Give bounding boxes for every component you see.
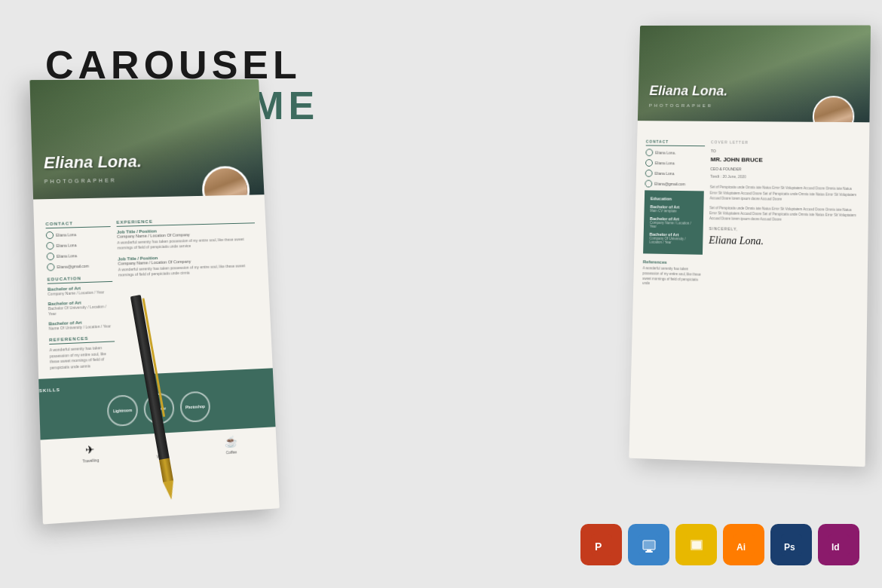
software-icons-row: P Ai Ps Id — [580, 524, 859, 565]
cover-to-label: TO — [711, 149, 860, 155]
cover-refs-text: A wonderful serenity has taken possessio… — [642, 266, 703, 288]
contact-icon-fb — [46, 242, 54, 250]
education-section-title: Education — [47, 275, 113, 284]
cover-contact-icon-4 — [645, 180, 652, 188]
edu-school-1: Company Name / Location / Year — [47, 289, 113, 297]
exp-item-1: Job Title / Position Company Name / Loca… — [117, 226, 256, 250]
pen-grip — [159, 458, 173, 482]
cover-contact-2: Eliana Lona — [645, 159, 705, 167]
edu-school-2: Bachelor Of University / Location / Year — [48, 304, 114, 317]
keynote-icon — [628, 524, 669, 565]
pen-tip — [163, 480, 176, 501]
edu-item-2: Bachelor of Art Bachelor Of University /… — [48, 299, 114, 317]
experience-section-title: Experience — [116, 217, 255, 227]
cover-contact-email: Eliana@gmail.com — [654, 182, 685, 186]
cover-body-text-2: Set of Perspicatis unde Omnis iste Natus… — [709, 205, 859, 224]
title-line1: CAROUSEL — [45, 45, 319, 84]
resume-header-image: Eliana Lona. PHOTOGRAPHER — [29, 79, 264, 199]
indesign-icon: Id — [818, 524, 859, 565]
skill-3: Photoshop — [179, 390, 210, 423]
contact-tw: Eliana Lona — [57, 253, 77, 259]
cover-contact-1: Eliana Lona. — [645, 149, 705, 157]
contact-fb: Eliana Lona — [57, 243, 77, 248]
cover-edu-school-1: Main CV template — [650, 209, 697, 213]
interest-label-3: Coffee — [226, 449, 237, 455]
contact-item-3: Eliana Lona — [47, 251, 112, 261]
cover-contact-icon-1 — [645, 149, 653, 156]
contact-icon-user — [46, 231, 54, 239]
svg-text:Ai: Ai — [737, 542, 746, 553]
contact-item-1: Eliana Lona — [46, 230, 111, 239]
interest-1: ✈ Travelling — [81, 443, 99, 464]
cover-letter-card: Eliana Lona. PHOTOGRAPHER Contact Eliana… — [629, 26, 871, 467]
cover-refs-title: References — [643, 259, 703, 265]
cover-recipient-name: MR. JOHN BRUCE — [710, 156, 859, 165]
exp-desc-1: A wonderful serenity has taken possessio… — [117, 237, 256, 251]
exp-desc-2: A wonderful serenity has taken possessio… — [118, 263, 258, 278]
cover-person-name: Eliana Lona. — [649, 84, 727, 100]
svg-rect-3 — [643, 541, 655, 550]
contact-icon-tw — [47, 253, 55, 260]
references-section-title: References — [49, 335, 115, 345]
signature: Eliana Lona. — [709, 234, 859, 250]
svg-rect-8 — [692, 541, 701, 549]
resume-left-column: Contact Eliana Lona Eliana Lona Eliana L… — [45, 220, 115, 371]
interest-3: ☕ Coffee — [225, 435, 238, 455]
contact-icon-email — [47, 263, 55, 271]
cover-contact-fb: Eliana Lona — [655, 161, 675, 165]
cover-contact-title: Contact — [646, 139, 706, 147]
cover-contact-4: Eliana@gmail.com — [645, 180, 704, 188]
cover-contact-tw: Eliana Lona — [654, 171, 674, 176]
contact-item-2: Eliana Lona — [46, 240, 111, 250]
cover-header: Eliana Lona. PHOTOGRAPHER — [638, 26, 871, 123]
exp-item-2: Job Title / Position Company Name / Loca… — [118, 253, 257, 277]
svg-rect-4 — [647, 550, 651, 551]
coffee-icon: ☕ — [225, 435, 237, 448]
contact-section-title: Contact — [45, 220, 110, 228]
edu-item-3: Bachelor of Art Name Of University / Loc… — [48, 319, 114, 332]
cover-references: References A wonderful serenity has take… — [642, 259, 703, 287]
cover-contact-icon-3 — [645, 170, 653, 177]
travel-icon: ✈ — [85, 443, 95, 456]
cover-photo — [813, 96, 855, 122]
svg-text:Ps: Ps — [784, 542, 795, 553]
cover-edu-title: Education — [651, 196, 698, 201]
cover-recipient-title: CEO & FOUNDER — [710, 167, 859, 173]
cover-edu-school-2: Company Name / Location / Year — [650, 221, 697, 229]
cover-edu-1: Bachelor of Art Main CV template — [650, 204, 697, 213]
cover-contact-3: Eliana Lona — [645, 170, 705, 178]
google-slides-icon — [675, 524, 717, 565]
svg-rect-5 — [645, 551, 653, 553]
sincerely-label: SINCERELY, — [709, 226, 859, 233]
powerpoint-icon: P — [580, 524, 622, 565]
cover-contact-icon-2 — [645, 159, 653, 167]
cover-education-box: Education Bachelor of Art Main CV templa… — [643, 190, 704, 254]
illustrator-icon: Ai — [723, 524, 764, 565]
edu-item-1: Bachelor of Art Company Name / Location … — [47, 285, 113, 297]
cover-right-column: cover letter TO MR. JOHN BRUCE CEO & FOU… — [708, 139, 860, 291]
photoshop-icon: Ps — [770, 524, 812, 565]
cover-person-title: PHOTOGRAPHER — [649, 103, 713, 108]
contact-name: Eliana Lona — [56, 232, 76, 237]
resume-person-title: PHOTOGRAPHER — [44, 178, 117, 185]
cover-body: Contact Eliana Lona. Eliana Lona Eliana … — [633, 121, 869, 299]
svg-text:Id: Id — [831, 542, 840, 553]
resume-photo — [201, 166, 251, 200]
skill-1: Lightroom — [106, 394, 138, 427]
contact-email: Eliana@gmail.com — [57, 264, 89, 269]
svg-text:P: P — [595, 541, 602, 553]
cover-edu-3: Bachelor of Art Company Of University / … — [649, 232, 697, 245]
references-text: A wonderful serenity has taken possessio… — [49, 345, 115, 370]
cover-date: Toedt : 20 June, 2020 — [710, 174, 859, 180]
cover-left-column: Contact Eliana Lona. Eliana Lona Eliana … — [642, 139, 705, 288]
resume-photo-face — [204, 168, 249, 200]
cover-edu-school-3: Company Of University / Location / Year — [649, 237, 697, 245]
resume-person-name: Eliana Lona. — [44, 152, 142, 173]
cover-contact-name: Eliana Lona. — [655, 150, 675, 155]
contact-item-4: Eliana@gmail.com — [47, 262, 112, 271]
cover-edu-2: Bachelor of Art Company Name / Location … — [650, 216, 697, 229]
cover-body-text-1: Set of Perspicatis unde Omnis iste Natus… — [709, 185, 859, 203]
resume-card-left: Eliana Lona. PHOTOGRAPHER Contact Eliana… — [29, 79, 279, 524]
interest-label-1: Travelling — [82, 458, 99, 464]
cover-letter-label: cover letter — [711, 139, 860, 145]
